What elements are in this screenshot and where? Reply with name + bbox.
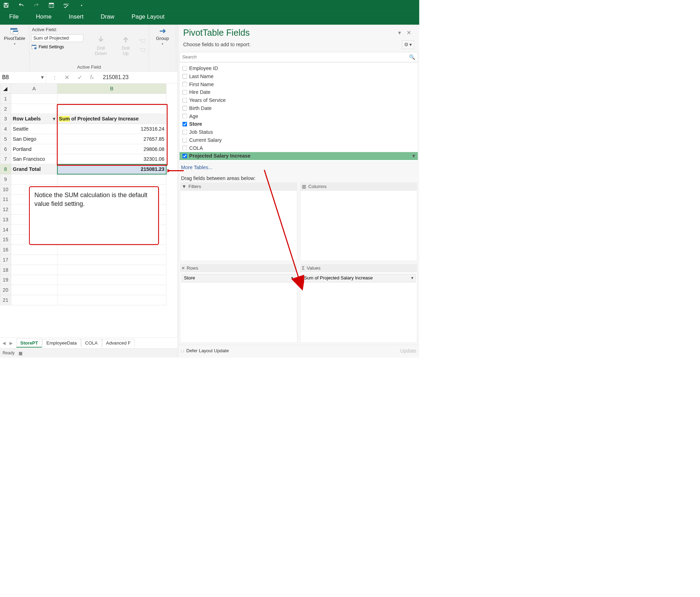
tab-page-layout[interactable]: Page Layout [126,11,169,22]
macro-record-icon[interactable]: ▦ [19,350,22,355]
field-current-salary[interactable]: Current Salary [180,136,418,144]
expand-field-icon[interactable]: ⁺⬚ [139,38,145,43]
row-header[interactable]: 12 [0,204,11,215]
row-header[interactable]: 9 [0,174,11,184]
row-header[interactable]: 3 [0,114,11,124]
pivot-insert-icon[interactable] [48,2,55,8]
sheet-tab-employeedata[interactable]: EmployeeData [42,339,81,347]
field-checkbox[interactable] [182,82,187,86]
pivot-value[interactable]: 32301.06 [57,154,166,164]
row-header[interactable]: 5 [0,134,11,144]
row-header[interactable]: 21 [0,295,11,305]
pane-close-icon[interactable]: ✕ [404,28,414,37]
pivot-row-label[interactable]: Portland [11,144,57,154]
row-header[interactable]: 2 [0,104,11,114]
field-search[interactable]: 🔍 [179,52,418,62]
row-header[interactable]: 18 [0,265,11,275]
row-header[interactable]: 6 [0,144,11,154]
pane-options-icon[interactable]: ▾ [395,28,404,37]
row-header[interactable]: 4 [0,124,11,134]
field-dropdown-icon[interactable]: ▾ [413,153,415,159]
group-button[interactable]: Group ▾ [151,26,174,46]
field-hire-date[interactable]: Hire Date [180,88,418,96]
undo-icon[interactable] [18,2,25,8]
pivot-grand-total-value[interactable]: 215081.23 [57,164,166,174]
field-cola[interactable]: COLA [180,144,418,152]
tab-file[interactable]: File [4,11,24,22]
select-all-corner[interactable]: ◢ [0,84,11,94]
field-years-of-service[interactable]: Years of Service [180,96,418,104]
tab-draw[interactable]: Draw [96,11,119,22]
field-store[interactable]: Store [180,120,418,128]
field-checkbox[interactable] [182,90,187,95]
spellcheck-icon[interactable]: ABC [63,2,70,8]
pivot-value[interactable]: 125316.24 [57,124,166,134]
pivot-value[interactable]: 27657.85 [57,134,166,144]
field-job-status[interactable]: Job Status [180,128,418,136]
sheet-tab-cola[interactable]: COLA [81,339,102,347]
field-checkbox[interactable] [182,122,187,126]
values-chip-sum[interactable]: Sum of Projected Salary Increase▾ [302,274,416,282]
rows-area[interactable]: ≡Rows Store▾ [180,264,297,343]
spreadsheet-grid[interactable]: ◢ A B 1 2 3 Row Labels ▾ Sum of Projecte… [0,83,178,337]
row-header[interactable]: 1 [0,93,11,104]
row-header[interactable]: 17 [0,255,11,265]
formula-value[interactable]: 215081.23 [100,74,129,81]
row-header[interactable]: 15 [0,235,11,245]
row-header[interactable]: 7 [0,154,11,164]
field-projected-salary-increase[interactable]: Projected Salary Increase▾ [180,152,418,160]
pane-layout-button[interactable]: ⚙▾ [402,40,414,49]
row-header[interactable]: 10 [0,184,11,194]
row-header[interactable]: 20 [0,285,11,295]
sheet-tab-advanced[interactable]: Advanced F [102,339,134,347]
field-first-name[interactable]: First Name [180,80,418,88]
collapse-field-icon[interactable]: ⁻⬚ [139,47,145,52]
redo-icon[interactable] [33,2,40,8]
name-box[interactable]: B8▾ [0,72,46,83]
row-header[interactable]: 16 [0,245,11,255]
field-settings-button[interactable]: Field Settings [32,43,83,49]
field-checkbox[interactable] [182,146,187,150]
pivot-row-labels-header[interactable]: Row Labels ▾ [11,114,57,124]
pivot-row-label[interactable]: San Francisco [11,154,57,164]
row-header[interactable]: 13 [0,214,11,224]
field-checkbox[interactable] [182,106,187,110]
defer-layout-checkbox[interactable] [181,349,184,352]
pivot-value[interactable]: 29806.08 [57,144,166,154]
sheet-nav-prev-icon[interactable]: ◀ [2,340,6,345]
field-checkbox[interactable] [182,130,187,134]
field-birth-date[interactable]: Birth Date [180,104,418,112]
active-field-name[interactable]: Sum of Projected [32,34,83,42]
row-header[interactable]: 11 [0,194,11,204]
fx-icon[interactable]: fx [90,74,94,81]
row-header[interactable]: 14 [0,224,11,235]
pivot-grand-total-label[interactable]: Grand Total [11,164,57,174]
customize-qat-icon[interactable]: ▾ [78,2,85,8]
tab-home[interactable]: Home [31,11,56,22]
sheet-tab-storept[interactable]: StorePT [16,339,42,347]
pivot-value-header[interactable]: Sum of Projected Salary Increase [57,114,166,124]
tab-insert[interactable]: Insert [64,11,89,22]
enter-formula-icon[interactable]: ✓ [77,74,82,81]
more-tables-link[interactable]: More Tables... [178,162,420,172]
field-search-input[interactable] [182,54,409,60]
field-checkbox[interactable] [182,66,187,71]
pivottable-button[interactable]: PivotTable ▾ [2,26,27,46]
field-checkbox[interactable] [182,74,187,78]
col-header-B[interactable]: B [57,84,166,94]
col-header-A[interactable]: A [11,84,57,94]
pivot-row-label[interactable]: Seattle [11,124,57,134]
values-area[interactable]: ΣValues Sum of Projected Salary Increase… [300,264,417,343]
row-header[interactable]: 8 [0,164,11,174]
field-employee-id[interactable]: Employee ID [180,64,418,72]
save-icon[interactable] [3,2,9,8]
field-checkbox[interactable] [182,98,187,103]
rows-chip-store[interactable]: Store▾ [182,274,296,282]
cancel-formula-icon[interactable]: ✕ [64,74,69,81]
field-last-name[interactable]: Last Name [180,72,418,81]
pivot-row-label[interactable]: San Diego [11,134,57,144]
row-header[interactable]: 19 [0,275,11,285]
field-age[interactable]: Age [180,112,418,120]
filters-area[interactable]: ▼Filters [180,182,297,261]
field-checkbox[interactable] [182,114,187,118]
